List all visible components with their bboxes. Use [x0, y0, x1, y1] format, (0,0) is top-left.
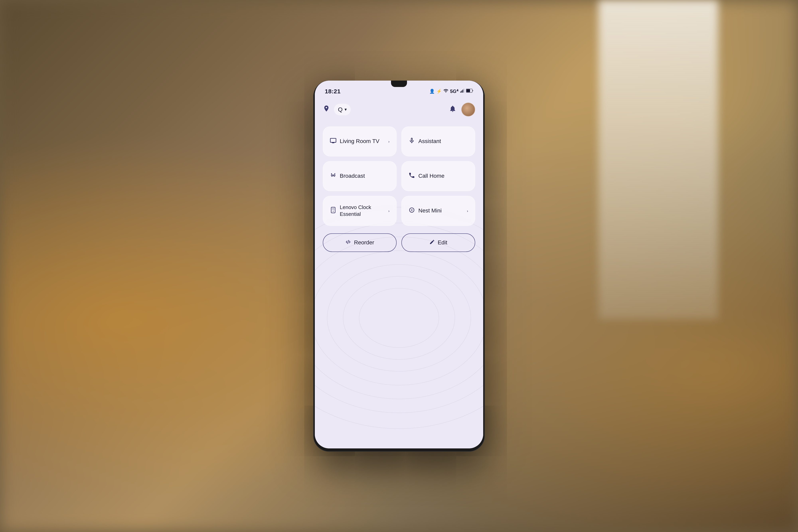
status-icons: 👤 ⚡ 5G⁴ [429, 88, 473, 95]
card-label-assistant: Assistant [418, 138, 441, 145]
signal-icon [443, 88, 449, 95]
card-row-nest-mini: Nest Mini › [408, 207, 468, 215]
svg-point-17 [333, 211, 334, 211]
broadcast-icon [330, 172, 337, 180]
person-add-icon: 👤 [429, 89, 435, 94]
chevron-right-icon-nest: › [467, 208, 468, 213]
home-selector[interactable]: Q ▾ [334, 104, 351, 115]
edit-icon [429, 239, 435, 246]
card-row-broadcast: Broadcast [330, 172, 390, 180]
top-bar: Q ▾ [323, 100, 475, 116]
svg-point-13 [331, 173, 332, 174]
battery-icon [466, 89, 473, 94]
chevron-right-icon-tv: › [388, 139, 390, 144]
signal-bars-icon [460, 89, 464, 94]
app-content: Q ▾ [315, 97, 483, 449]
device-icon [330, 207, 337, 215]
phone-frame: 18:21 👤 ⚡ 5G⁴ [313, 81, 485, 452]
nest-icon [408, 207, 415, 215]
svg-point-20 [411, 209, 412, 210]
avatar-image [462, 103, 475, 116]
edit-button[interactable]: Edit [401, 233, 475, 252]
status-time: 18:21 [325, 88, 341, 95]
card-assistant[interactable]: Assistant [401, 127, 475, 156]
bell-icon[interactable] [449, 105, 456, 114]
svg-rect-9 [462, 90, 463, 93]
card-label-call-home: Call Home [418, 172, 444, 179]
notch [391, 81, 407, 87]
phone-icon [408, 172, 415, 180]
card-label-nest-mini: Nest Mini [418, 207, 442, 214]
card-label-living-room-tv: Living Room TV [340, 138, 379, 145]
card-label-broadcast: Broadcast [340, 172, 365, 179]
card-broadcast[interactable]: Broadcast [323, 161, 397, 191]
avatar[interactable] [461, 102, 475, 116]
card-living-room-tv[interactable]: Living Room TV › [323, 127, 397, 156]
card-label-lenovo-clock: Lenovo Clock Essential [340, 204, 385, 217]
top-bar-left: Q ▾ [323, 104, 351, 115]
svg-point-14 [334, 173, 335, 174]
cards-grid: Living Room TV › Assistant [323, 127, 475, 226]
svg-rect-16 [332, 208, 334, 210]
background-light [598, 0, 718, 319]
top-bar-right [449, 102, 475, 116]
svg-rect-12 [467, 89, 470, 92]
location-pin-icon [323, 105, 330, 114]
chevron-down-icon: ▾ [344, 107, 347, 112]
reorder-button[interactable]: Reorder [323, 233, 397, 252]
phone-screen: 18:21 👤 ⚡ 5G⁴ [315, 81, 483, 449]
card-call-home[interactable]: Call Home [401, 161, 475, 191]
card-lenovo-clock[interactable]: Lenovo Clock Essential › [323, 196, 397, 226]
network-icon: 5G⁴ [450, 89, 458, 94]
svg-rect-10 [463, 89, 464, 92]
bottom-buttons: Reorder Edit [323, 233, 475, 252]
svg-rect-8 [461, 91, 462, 93]
svg-rect-7 [460, 91, 461, 93]
edit-label: Edit [438, 240, 447, 246]
card-nest-mini[interactable]: Nest Mini › [401, 196, 475, 226]
card-row-call-home: Call Home [408, 172, 468, 180]
chevron-right-icon-lenovo: › [388, 208, 390, 213]
reorder-label: Reorder [354, 240, 374, 246]
card-row-assistant: Assistant [408, 137, 468, 146]
reorder-icon [345, 239, 351, 246]
card-row-lenovo-clock: Lenovo Clock Essential › [330, 204, 390, 217]
home-label: Q [338, 106, 343, 113]
card-row-living-room-tv: Living Room TV › [330, 137, 390, 146]
bluetooth-icon: ⚡ [436, 89, 442, 94]
mic-icon [408, 137, 415, 146]
tv-icon [330, 137, 337, 146]
bottom-space [323, 252, 475, 440]
